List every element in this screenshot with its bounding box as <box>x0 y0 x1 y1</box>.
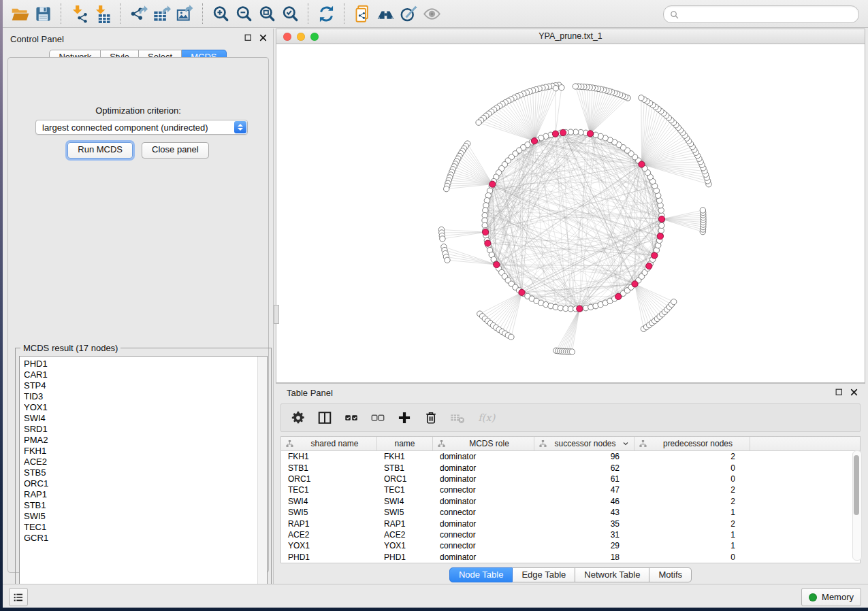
graph-node[interactable] <box>569 349 575 354</box>
table-settings-icon[interactable] <box>291 410 306 425</box>
mcds-result-item[interactable]: STB1 <box>20 500 267 511</box>
tab-motifs[interactable]: Motifs <box>649 567 692 582</box>
graph-mcds-hub-node[interactable] <box>587 131 593 137</box>
table-row[interactable]: YOX1YOX1connector291 <box>281 540 860 551</box>
run-mcds-button[interactable]: Run MCDS <box>67 142 133 159</box>
mcds-result-item[interactable]: FKH1 <box>20 446 267 457</box>
graph-mcds-hub-node[interactable] <box>519 289 525 295</box>
mcds-result-item[interactable]: PHD1 <box>20 359 267 369</box>
graph-mcds-hub-node[interactable] <box>577 306 583 312</box>
table-row[interactable]: FKH1FKH1dominator962 <box>281 451 860 462</box>
mcds-result-item[interactable]: SWI5 <box>20 511 267 522</box>
column-header-shared-name[interactable]: shared name <box>281 437 377 450</box>
graph-node[interactable] <box>700 208 705 213</box>
first-neighbors-icon[interactable] <box>374 3 397 24</box>
search-input[interactable] <box>679 7 853 21</box>
table-row[interactable]: TEC1TEC1connector472 <box>281 484 860 495</box>
graph-mcds-hub-node[interactable] <box>646 263 652 269</box>
optimization-criterion-select[interactable]: largest connected component (undirected) <box>35 120 248 135</box>
table-row[interactable]: STB1STB1dominator620 <box>281 462 860 473</box>
mcds-result-scrollbar[interactable] <box>257 357 267 595</box>
vizmapper-icon[interactable] <box>397 3 420 24</box>
zoom-in-icon[interactable] <box>209 3 232 24</box>
export-table-icon[interactable] <box>150 3 173 24</box>
show-hide-icon[interactable] <box>420 3 443 24</box>
export-network-icon[interactable] <box>127 3 150 24</box>
graph-node[interactable] <box>659 222 664 228</box>
network-window-titlebar[interactable]: YPA_prune.txt_1 <box>276 29 865 44</box>
deselect-all-icon[interactable] <box>370 410 385 425</box>
graph-mcds-hub-node[interactable] <box>560 129 566 135</box>
graph-node[interactable] <box>559 85 564 90</box>
mcds-result-item[interactable]: STP4 <box>20 380 267 391</box>
graph-mcds-hub-node[interactable] <box>632 281 638 287</box>
table-row[interactable]: PHD1PHD1dominator180 <box>281 552 860 563</box>
delete-columns-icon[interactable] <box>423 410 438 425</box>
mcds-result-item[interactable]: TEC1 <box>20 522 267 533</box>
zoom-out-icon[interactable] <box>232 3 255 24</box>
select-all-icon[interactable] <box>344 410 359 425</box>
float-table-panel-icon[interactable] <box>835 388 843 397</box>
graph-mcds-hub-node[interactable] <box>494 261 500 267</box>
tab-node-table[interactable]: Node Table <box>449 567 513 582</box>
graph-node[interactable] <box>553 86 558 91</box>
close-panel-button[interactable]: Close panel <box>142 142 209 159</box>
column-header-MCDS-role[interactable]: MCDS role <box>433 437 534 450</box>
graph-mcds-hub-node[interactable] <box>652 252 658 259</box>
mcds-result-item[interactable]: SWI4 <box>20 413 267 424</box>
table-row[interactable]: RAP1RAP1dominator352 <box>281 518 860 529</box>
export-image-icon[interactable] <box>173 3 196 24</box>
save-session-icon[interactable] <box>31 3 54 24</box>
graph-node[interactable] <box>476 120 481 125</box>
column-header-name[interactable]: name <box>377 437 433 450</box>
column-header-predecessor-nodes[interactable]: predecessor nodes <box>634 437 750 450</box>
show-columns-icon[interactable] <box>317 410 332 425</box>
mcds-result-item[interactable]: SRD1 <box>20 424 267 435</box>
float-panel-icon[interactable] <box>244 33 253 42</box>
mcds-result-item[interactable]: STB5 <box>20 467 267 478</box>
import-table-icon[interactable] <box>91 3 114 24</box>
import-network-icon[interactable] <box>67 3 91 24</box>
mcds-result-item[interactable]: RAP1 <box>20 489 267 500</box>
panel-splitter-handle[interactable] <box>274 305 279 324</box>
graph-mcds-hub-node[interactable] <box>552 131 558 137</box>
graph-mcds-hub-node[interactable] <box>485 240 491 246</box>
graph-node[interactable] <box>445 257 450 263</box>
tab-edge-table[interactable]: Edge Table <box>513 567 575 582</box>
graph-mcds-hub-node[interactable] <box>531 138 537 144</box>
graph-node[interactable] <box>671 299 677 304</box>
graph-mcds-hub-node[interactable] <box>615 293 622 299</box>
tab-network-table[interactable]: Network Table <box>575 567 649 582</box>
new-network-from-selection-icon[interactable] <box>351 3 374 24</box>
column-header-successor-nodes[interactable]: successor nodes <box>534 437 634 450</box>
apply-layout-icon[interactable] <box>315 3 338 24</box>
task-history-button[interactable] <box>9 588 28 606</box>
mcds-result-item[interactable]: YOX1 <box>20 402 267 413</box>
table-scrollbar-thumb[interactable] <box>854 455 859 515</box>
close-table-panel-icon[interactable] <box>850 388 858 397</box>
table-scrollbar[interactable] <box>852 450 862 561</box>
table-row[interactable]: SWI5SWI5connector431 <box>281 507 860 518</box>
graph-node[interactable] <box>440 236 445 242</box>
close-panel-icon[interactable] <box>259 33 268 42</box>
table-row[interactable]: SWI4SWI4dominator462 <box>281 496 860 507</box>
mcds-result-item[interactable]: TID3 <box>20 391 267 402</box>
zoom-fit-icon[interactable] <box>255 3 278 24</box>
create-column-icon[interactable] <box>397 410 412 425</box>
graph-node[interactable] <box>639 95 644 101</box>
mcds-result-item[interactable]: ORC1 <box>20 478 267 489</box>
mcds-result-item[interactable]: ACE2 <box>20 457 267 467</box>
graph-node[interactable] <box>573 84 578 89</box>
zoom-selected-icon[interactable] <box>278 3 302 24</box>
network-canvas[interactable] <box>276 44 865 382</box>
graph-mcds-hub-node[interactable] <box>483 229 489 235</box>
memory-button[interactable]: Memory <box>801 588 861 606</box>
open-session-icon[interactable] <box>8 3 31 24</box>
table-row[interactable]: ORC1ORC1dominator610 <box>281 474 860 484</box>
graph-node[interactable] <box>444 186 449 191</box>
mcds-result-item[interactable]: GCR1 <box>20 533 267 544</box>
graph-mcds-hub-node[interactable] <box>657 233 663 240</box>
graph-mcds-hub-node[interactable] <box>489 181 496 187</box>
graph-mcds-hub-node[interactable] <box>658 216 664 222</box>
mcds-result-item[interactable]: PMA2 <box>20 435 267 446</box>
